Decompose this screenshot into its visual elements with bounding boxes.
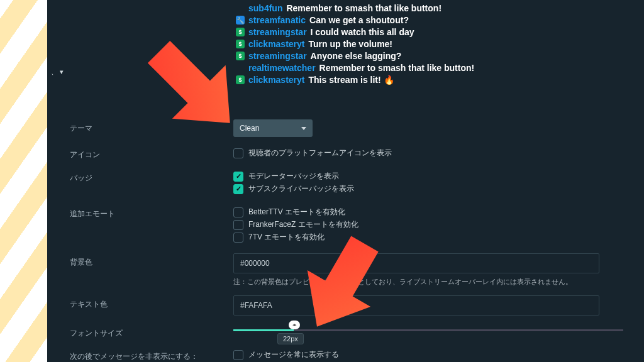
chat-username: clickmasteryt [248, 75, 305, 85]
check-always-show[interactable]: メッセージを常に表示する [233, 349, 626, 360]
check-7tv[interactable]: 7TV エモートを有効化 [233, 232, 626, 243]
theme-value: Clean [240, 124, 259, 133]
chat-text: Can we get a shoutout? [309, 15, 409, 25]
check-platform-icon[interactable]: 視聴者のプラットフォームアイコンを表示 [233, 148, 626, 158]
check-sub-badge[interactable]: ✓ サブスクライバーバッジを表示 [233, 184, 626, 194]
check-mod-badge[interactable]: ✓ モデレーターバッジを表示 [233, 171, 626, 182]
bgcolor-note: 注：この背景色はプレビューのみを目的としており、ライブストリームオーバーレイ内に… [233, 277, 626, 287]
textcolor-input[interactable] [233, 295, 599, 315]
dollar-icon: $ [236, 52, 245, 60]
chat-username: streamfanatic [248, 15, 306, 25]
chat-text: Remember to smash that like button! [286, 3, 441, 13]
check-ffz[interactable]: FrankerFaceZ エモートを有効化 [233, 219, 626, 230]
wrench-icon: 🔧 [236, 16, 245, 25]
chat-message: 🔧streamfanaticCan we get a shoutout? [236, 15, 619, 25]
chat-message: realtimewatcherRemember to smash that li… [236, 63, 619, 73]
chat-message: $clickmasterytTurn up the volume! [236, 39, 619, 49]
checkbox-icon: ✓ [233, 172, 243, 182]
label-bgcolor: 背景色 [70, 253, 233, 268]
checkbox-icon [233, 207, 243, 217]
chat-message: $streamingstarI could watch this all day [236, 27, 619, 37]
chevron-down-icon [301, 127, 306, 130]
chat-username: streamingstar [248, 51, 307, 61]
label-icon: アイコン [70, 146, 233, 160]
chat-text: Remember to smash that like button! [319, 63, 475, 73]
chat-username: sub4fun [248, 3, 282, 13]
fontsize-slider[interactable]: ◂▸ 22px [233, 324, 623, 331]
settings-panel: 、 ▾ sub4funRemember to smash that like b… [47, 0, 644, 362]
bgcolor-input[interactable] [233, 253, 599, 273]
chat-text: This stream is lit! 🔥 [309, 75, 394, 85]
check-bttv[interactable]: BetterTTV エモートを有効化 [233, 207, 626, 217]
checkbox-icon [233, 148, 243, 158]
fontsize-value: 22px [277, 333, 304, 344]
label-hideafter: 次の後でメッセージを非表示にする： [70, 348, 233, 362]
chat-username: clickmasteryt [248, 39, 305, 49]
chat-username: streamingstar [248, 27, 307, 37]
chat-message: $clickmasterytThis stream is lit! 🔥 [236, 75, 619, 85]
dollar-icon: $ [236, 75, 245, 84]
dollar-icon: $ [236, 28, 245, 36]
chat-text: Anyone else lagging? [311, 51, 402, 61]
side-caret[interactable]: 、 ▾ [51, 67, 64, 77]
chat-message: sub4funRemember to smash that like butto… [236, 3, 619, 13]
label-emotes: 追加エモート [70, 205, 233, 219]
label-fontsize: フォントサイズ [70, 324, 233, 339]
settings-form: テーマ Clean アイコン 視聴者のプラットフォームアイコンを表示 バッジ [70, 119, 626, 362]
label-badge: バッジ [70, 169, 233, 184]
checkbox-icon [233, 220, 243, 230]
chat-text: I could watch this all day [311, 27, 414, 37]
chat-message: $streamingstarAnyone else lagging? [236, 51, 619, 61]
label-theme: テーマ [70, 119, 233, 134]
dollar-icon: $ [236, 40, 245, 48]
theme-select[interactable]: Clean [233, 119, 313, 137]
slider-thumb-icon[interactable]: ◂▸ [289, 321, 300, 329]
checkbox-icon: ✓ [233, 184, 243, 194]
chat-username: realtimewatcher [248, 63, 316, 73]
checkbox-icon [233, 233, 243, 243]
checkbox-icon [233, 350, 243, 360]
chat-preview: sub4funRemember to smash that like butto… [236, 1, 619, 87]
label-textcolor: テキスト色 [70, 295, 233, 310]
chat-text: Turn up the volume! [309, 39, 393, 49]
